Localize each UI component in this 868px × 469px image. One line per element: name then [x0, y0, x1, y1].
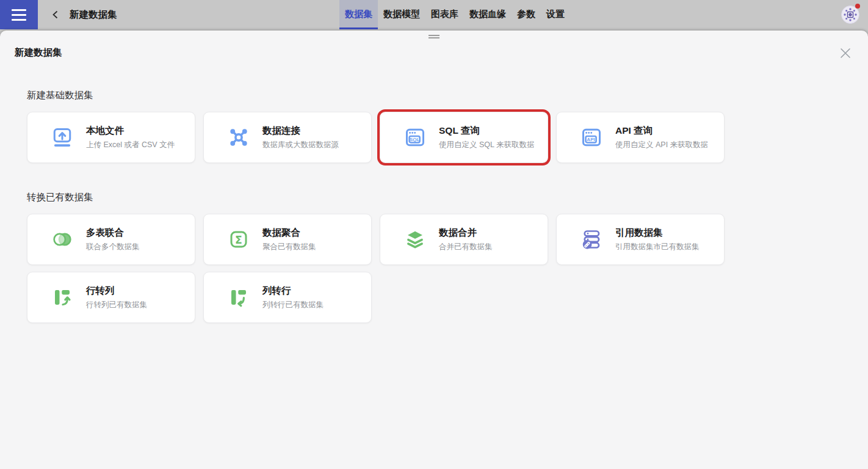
new-dataset-dialog: 新建数据集 新建基础数据集本地文件上传 Excel 或者 CSV 文件数据连接数…: [0, 31, 868, 469]
card-title: 引用数据集: [615, 227, 700, 239]
card-title: 数据聚合: [262, 227, 316, 239]
card-subtitle: 使用自定义 API 来获取数据: [615, 140, 708, 150]
chevron-left-icon: [51, 10, 60, 20]
aggregate-icon: Σ: [228, 228, 250, 250]
dialog-content: 新建基础数据集本地文件上传 Excel 或者 CSV 文件数据连接数据库或大数据…: [0, 89, 868, 323]
card-sql-query[interactable]: SQLSQL 查询使用自定义 SQL 来获取数据: [380, 112, 548, 163]
avatar-logo-icon: [842, 6, 859, 23]
app-header: 新建数据集 数据集数据模型图表库数据血缘参数设置: [0, 0, 868, 29]
card-multi-table-join[interactable]: 多表联合联合多个数据集: [27, 214, 195, 265]
card-title: 行转列: [86, 285, 147, 297]
card-api-query[interactable]: APIAPI 查询使用自定义 API 来获取数据: [556, 112, 725, 163]
card-data-merge[interactable]: 数据合并合并已有数据集: [380, 214, 548, 265]
header-tabs: 数据集数据模型图表库数据血缘参数设置: [339, 0, 570, 29]
card-data-aggregation[interactable]: Σ数据聚合聚合已有数据集: [203, 214, 372, 265]
card-subtitle: 合并已有数据集: [439, 242, 493, 252]
api-icon: API: [580, 126, 602, 148]
card-title: SQL 查询: [439, 125, 535, 137]
hamburger-icon: [12, 9, 26, 11]
tab-parameters[interactable]: 参数: [512, 0, 541, 29]
rows-to-columns-icon: [51, 286, 73, 308]
close-icon[interactable]: [837, 45, 853, 61]
tab-dataset[interactable]: 数据集: [339, 0, 378, 29]
columns-to-rows-icon: [228, 286, 250, 308]
back-button[interactable]: [49, 8, 62, 21]
svg-text:API: API: [587, 137, 595, 142]
card-title: 数据连接: [262, 125, 339, 137]
section-heading: 转换已有数据集: [27, 191, 841, 204]
drag-handle-icon[interactable]: [429, 34, 439, 40]
card-subtitle: 引用数据集市已有数据集: [615, 242, 700, 252]
upload-icon: [51, 126, 73, 148]
reference-icon: [580, 228, 602, 250]
sql-icon: SQL: [404, 126, 426, 148]
card-rows-to-columns[interactable]: 行转列行转列已有数据集: [27, 272, 195, 323]
section-heading: 新建基础数据集: [27, 89, 841, 102]
card-title: 数据合并: [439, 227, 493, 239]
card-subtitle: 行转列已有数据集: [86, 300, 147, 310]
dialog-title: 新建数据集: [15, 46, 62, 59]
tab-data-model[interactable]: 数据模型: [378, 0, 425, 29]
tab-settings[interactable]: 设置: [541, 0, 570, 29]
page-title: 新建数据集: [70, 9, 117, 21]
card-subtitle: 数据库或大数据数据源: [262, 140, 339, 150]
join-icon: [51, 228, 73, 250]
card-columns-to-rows[interactable]: 列转行列转行已有数据集: [203, 272, 372, 323]
card-subtitle: 使用自定义 SQL 来获取数据: [439, 140, 535, 150]
card-title: 本地文件: [86, 125, 175, 137]
svg-text:Σ: Σ: [235, 234, 242, 246]
card-reference-dataset[interactable]: 引用数据集引用数据集市已有数据集: [556, 214, 725, 265]
card-title: 多表联合: [86, 227, 140, 239]
card-subtitle: 列转行已有数据集: [262, 300, 324, 310]
card-grid: 多表联合联合多个数据集Σ数据聚合聚合已有数据集数据合并合并已有数据集引用数据集引…: [27, 214, 841, 323]
menu-button[interactable]: [0, 0, 38, 29]
svg-text:SQL: SQL: [410, 137, 420, 142]
connection-icon: [228, 126, 250, 148]
merge-icon: [404, 228, 426, 250]
notification-dot: [855, 4, 860, 9]
card-subtitle: 联合多个数据集: [86, 242, 140, 252]
card-data-connection[interactable]: 数据连接数据库或大数据数据源: [203, 112, 372, 163]
card-subtitle: 上传 Excel 或者 CSV 文件: [86, 140, 175, 150]
tab-data-lineage[interactable]: 数据血缘: [464, 0, 512, 29]
card-title: 列转行: [262, 285, 324, 297]
tab-chart-library[interactable]: 图表库: [425, 0, 464, 29]
card-title: API 查询: [615, 125, 708, 137]
card-subtitle: 聚合已有数据集: [262, 242, 316, 252]
card-local-file[interactable]: 本地文件上传 Excel 或者 CSV 文件: [27, 112, 195, 163]
card-grid: 本地文件上传 Excel 或者 CSV 文件数据连接数据库或大数据数据源SQLS…: [27, 112, 841, 163]
avatar[interactable]: [841, 5, 859, 24]
